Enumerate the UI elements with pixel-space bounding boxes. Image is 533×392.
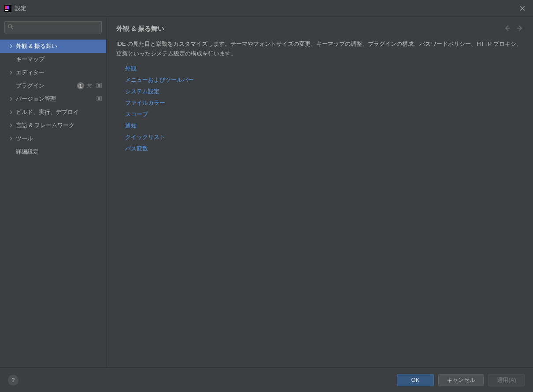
close-button[interactable] [516, 2, 529, 15]
sidebar-item-version-control[interactable]: バージョン管理 [0, 92, 106, 106]
nav-arrows [504, 25, 523, 33]
sidebar-item-label: 言語 & フレームワーク [16, 121, 102, 129]
search-wrap [0, 17, 106, 38]
svg-rect-3 [5, 10, 8, 11]
svg-rect-10 [98, 97, 100, 100]
sidebar-item-build-execution-deployment[interactable]: ビルド、実行、デプロイ [0, 106, 106, 119]
sidebar-item-label: キーマップ [16, 55, 102, 63]
chevron-right-icon [9, 110, 13, 114]
titlebar: 設定 [0, 0, 533, 17]
cancel-button[interactable]: キャンセル [438, 374, 484, 386]
app-icon [4, 5, 11, 12]
sidebar-item-advanced-settings[interactable]: 詳細設定 [0, 145, 106, 158]
search-field[interactable] [4, 21, 102, 33]
arrow-right-icon [516, 25, 523, 32]
help-icon: ? [11, 377, 15, 383]
settings-window: 設定 外観 & 振る舞い [0, 0, 533, 392]
chevron-right-icon [9, 44, 13, 48]
ok-label: OK [411, 377, 420, 383]
search-input[interactable] [15, 24, 99, 31]
svg-point-4 [8, 24, 12, 28]
settings-tree: 外観 & 振る舞い キーマップ エディター プラグイン 1 [0, 38, 106, 367]
project-level-icon [96, 83, 102, 89]
sidebar-item-label: 外観 & 振る舞い [16, 42, 102, 50]
close-icon [520, 6, 525, 11]
plugin-update-count-badge: 1 [77, 82, 84, 89]
sidebar-item-tools[interactable]: ツール [0, 132, 106, 145]
sidebar-item-label: 詳細設定 [16, 148, 102, 156]
body: 外観 & 振る舞い キーマップ エディター プラグイン 1 [0, 17, 533, 367]
help-button[interactable]: ? [8, 375, 19, 385]
chevron-right-icon [9, 137, 13, 140]
link-file-colors[interactable]: ファイルカラー [125, 99, 523, 107]
cancel-label: キャンセル [447, 376, 475, 384]
language-icon: 文A [87, 82, 94, 90]
svg-rect-2 [7, 6, 9, 9]
apply-button[interactable]: 適用(A) [488, 374, 525, 386]
apply-label: 適用(A) [497, 376, 516, 384]
sidebar-item-label: バージョン管理 [16, 95, 96, 103]
search-icon [7, 24, 14, 31]
sidebar-item-label: プラグイン [16, 82, 77, 90]
forward-button[interactable] [516, 25, 523, 33]
settings-links: 外観 メニューおよびツールバー システム設定 ファイルカラー スコープ 通知 ク… [107, 65, 533, 153]
link-path-variables[interactable]: パス変数 [125, 145, 523, 153]
content-pane: 外観 & 振る舞い IDE の見た目と挙動をカスタマイズします。テーマやフォント… [107, 17, 533, 367]
vc-badges [96, 96, 102, 103]
footer: ? OK キャンセル 適用(A) [0, 367, 533, 392]
chevron-right-icon [9, 97, 13, 101]
sidebar-item-label: エディター [16, 69, 102, 77]
sidebar-item-label: ツール [16, 135, 102, 143]
ok-button[interactable]: OK [397, 374, 434, 386]
project-level-icon [96, 96, 102, 103]
link-scopes[interactable]: スコープ [125, 110, 523, 118]
link-notifications[interactable]: 通知 [125, 122, 523, 130]
sidebar-item-editor[interactable]: エディター [0, 66, 106, 79]
page-description: IDE の見た目と挙動をカスタマイズします。テーマやフォントサイズの変更、キーマ… [107, 37, 533, 65]
plugin-badges: 1 文A [77, 82, 102, 90]
link-system-settings[interactable]: システム設定 [125, 88, 523, 95]
sidebar-item-appearance-behavior[interactable]: 外観 & 振る舞い [0, 40, 106, 53]
chevron-right-icon [9, 71, 13, 74]
sidebar: 外観 & 振る舞い キーマップ エディター プラグイン 1 [0, 17, 107, 367]
sidebar-item-languages-frameworks[interactable]: 言語 & フレームワーク [0, 119, 106, 132]
svg-rect-8 [98, 84, 100, 87]
content-header: 外観 & 振る舞い [107, 17, 533, 37]
page-title: 外観 & 振る舞い [116, 25, 504, 33]
sidebar-item-plugins[interactable]: プラグイン 1 文A [0, 79, 106, 92]
back-button[interactable] [504, 25, 511, 33]
sidebar-item-keymap[interactable]: キーマップ [0, 53, 106, 66]
sidebar-item-label: ビルド、実行、デプロイ [16, 108, 102, 116]
link-quick-lists[interactable]: クイックリスト [125, 133, 523, 141]
svg-text:A: A [90, 83, 93, 87]
arrow-left-icon [504, 25, 511, 32]
link-menus-toolbars[interactable]: メニューおよびツールバー [125, 76, 523, 84]
chevron-right-icon [9, 124, 13, 127]
link-appearance[interactable]: 外観 [125, 65, 523, 73]
window-title: 設定 [15, 4, 516, 12]
